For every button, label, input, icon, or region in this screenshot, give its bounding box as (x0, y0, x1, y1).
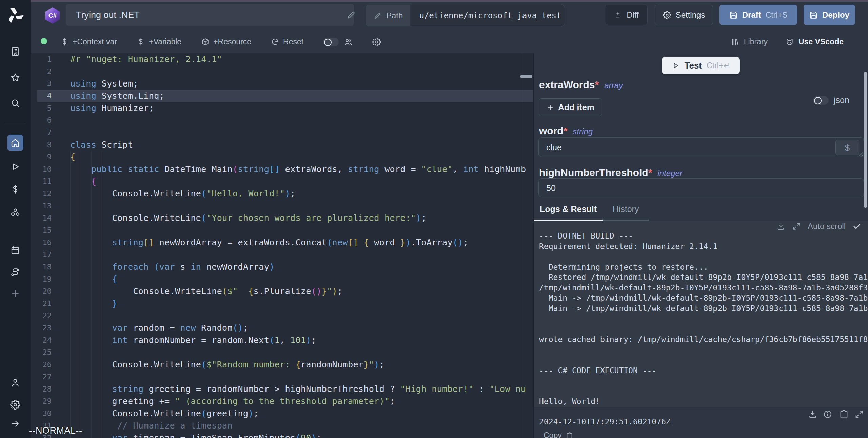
code-line-21[interactable]: 21 } (31, 298, 533, 310)
code-line-25[interactable]: 25 (31, 346, 533, 359)
code-line-29[interactable]: 29 greeting += " (according to the thres… (31, 395, 533, 407)
insert-variable-button[interactable]: $ (835, 140, 859, 155)
users-icon[interactable] (344, 38, 353, 46)
line-number[interactable]: 2 (31, 65, 52, 78)
line-number[interactable]: 20 (31, 285, 52, 298)
auto-scroll-checkbox[interactable] (852, 222, 861, 231)
log-output-panel[interactable]: --- DOTNET BUILD --- Requirement detecte… (534, 221, 868, 407)
line-number[interactable]: 1 (31, 53, 52, 65)
line-number[interactable]: 13 (31, 200, 52, 212)
line-number[interactable]: 27 (31, 371, 52, 383)
copy-result-icon[interactable] (839, 410, 849, 419)
minimap-handle[interactable] (520, 75, 532, 78)
line-number[interactable]: 12 (31, 188, 52, 200)
code-line-22[interactable]: 22 (31, 310, 533, 322)
tab-history[interactable]: History (603, 198, 649, 221)
code-line-15[interactable]: 15 (31, 224, 533, 236)
sidebar-item-building[interactable] (7, 43, 23, 60)
gear-icon[interactable] (372, 38, 381, 46)
path-value[interactable]: u/etienne/microsoft_java_test (419, 11, 561, 20)
line-number[interactable]: 6 (31, 114, 52, 127)
sidebar-item-route[interactable] (7, 264, 23, 281)
reset-button[interactable]: Reset (271, 37, 303, 46)
code-editor[interactable]: 1#r "nuget: Humanizer, 2.14.1"23using Sy… (31, 53, 533, 438)
code-line-4[interactable]: 4using System.Linq; (31, 90, 533, 102)
line-number[interactable]: 19 (31, 273, 52, 285)
code-line-3[interactable]: 3using System; (31, 78, 533, 90)
code-line-14[interactable]: 14 Console.WriteLine("Your chosen words … (31, 212, 533, 224)
line-number[interactable]: 18 (31, 261, 52, 273)
code-line-1[interactable]: 1#r "nuget: Humanizer, 2.14.1" (31, 53, 533, 65)
line-number[interactable]: 28 (31, 383, 52, 395)
edit-title-pencil-icon[interactable] (347, 11, 356, 20)
code-line-16[interactable]: 16 string[] newWordArray = extraWords.Co… (31, 236, 533, 249)
sidebar-item-search[interactable] (7, 95, 23, 111)
json-toggle[interactable] (813, 96, 829, 105)
code-line-26[interactable]: 26 Console.WriteLine($"Random number: {r… (31, 359, 533, 371)
code-line-32[interactable]: 32 var timespan = TimeSpan.FromMinutes(9… (31, 432, 533, 438)
panel-vertical-scrollbar[interactable] (864, 72, 867, 208)
line-number[interactable]: 15 (31, 224, 52, 236)
use-vscode-button[interactable]: Use VScode (785, 37, 844, 46)
code-line-30[interactable]: 30 Console.WriteLine(greeting); (31, 407, 533, 420)
code-line-27[interactable]: 27 (31, 371, 533, 383)
code-line-24[interactable]: 24 int randomNumber = random.Next(1, 101… (31, 334, 533, 346)
code-line-2[interactable]: 2 (31, 65, 533, 78)
line-number[interactable]: 29 (31, 395, 52, 407)
line-number[interactable]: 22 (31, 310, 52, 322)
deploy-button[interactable]: Deploy (804, 5, 855, 25)
expand-logs-icon[interactable] (792, 222, 801, 231)
code-line-28[interactable]: 28 string greeting = randomNumber > high… (31, 383, 533, 395)
settings-button[interactable]: Settings (655, 5, 713, 25)
sidebar-item-arrow-right[interactable] (7, 416, 23, 432)
add-resource-button[interactable]: +Resource (201, 37, 251, 46)
line-number[interactable]: 23 (31, 322, 52, 334)
test-button[interactable]: Test Ctrl+↵ (662, 57, 740, 74)
download-logs-icon[interactable] (776, 222, 785, 231)
line-number[interactable]: 24 (31, 334, 52, 346)
code-line-17[interactable]: 17 (31, 249, 533, 261)
code-line-11[interactable]: 11 { (31, 175, 533, 188)
line-number[interactable]: 30 (31, 407, 52, 420)
line-number[interactable]: 5 (31, 102, 52, 114)
code-line-23[interactable]: 23 var random = new Random(); (31, 322, 533, 334)
add-context-var-button[interactable]: +Context var (60, 37, 117, 46)
line-number[interactable]: 25 (31, 346, 52, 359)
download-result-icon[interactable] (808, 410, 817, 419)
line-number[interactable]: 17 (31, 249, 52, 261)
diff-button[interactable]: Diff (605, 5, 648, 25)
line-number[interactable]: 8 (31, 139, 52, 151)
tab-logs-and-result[interactable]: Logs & Result (534, 198, 603, 221)
code-line-12[interactable]: 12 Console.WriteLine("Hello, World!"); (31, 188, 533, 200)
sidebar-item-home[interactable] (7, 135, 23, 151)
code-line-8[interactable]: 8class Script (31, 139, 533, 151)
code-line-9[interactable]: 9{ (31, 151, 533, 163)
code-line-18[interactable]: 18 foreach (var s in newWordArray) (31, 261, 533, 273)
assistant-toggle[interactable] (323, 38, 339, 46)
editor-minimap[interactable] (522, 53, 533, 438)
line-number[interactable]: 21 (31, 298, 52, 310)
code-line-5[interactable]: 5using Humanizer; (31, 102, 533, 114)
copy-button[interactable]: Copy (544, 431, 573, 438)
line-number[interactable]: 7 (31, 127, 52, 139)
sidebar-item-gear[interactable] (7, 397, 23, 413)
line-number[interactable]: 16 (31, 236, 52, 249)
sidebar-item-cubes[interactable] (7, 205, 23, 221)
add-variable-button[interactable]: +Variable (137, 37, 181, 46)
script-title-box[interactable]: Trying out .NET (66, 4, 354, 26)
save-draft-button[interactable]: Draft Ctrl+S (719, 5, 797, 25)
line-number[interactable]: 9 (31, 151, 52, 163)
library-button[interactable]: Library (731, 37, 768, 46)
line-number[interactable]: 14 (31, 212, 52, 224)
code-line-13[interactable]: 13 (31, 200, 533, 212)
line-number[interactable]: 3 (31, 78, 52, 90)
expand-result-icon[interactable] (854, 410, 864, 419)
script-title[interactable]: Trying out .NET (76, 10, 140, 20)
line-number[interactable]: 11 (31, 175, 52, 188)
sidebar-item-user[interactable] (7, 375, 23, 391)
line-number[interactable]: 10 (31, 163, 52, 175)
code-line-20[interactable]: 20 Console.WriteLine($" {s.Pluralize()}"… (31, 285, 533, 298)
sidebar-item-play[interactable] (7, 158, 23, 175)
info-icon[interactable] (823, 410, 832, 419)
code-line-6[interactable]: 6 (31, 114, 533, 127)
